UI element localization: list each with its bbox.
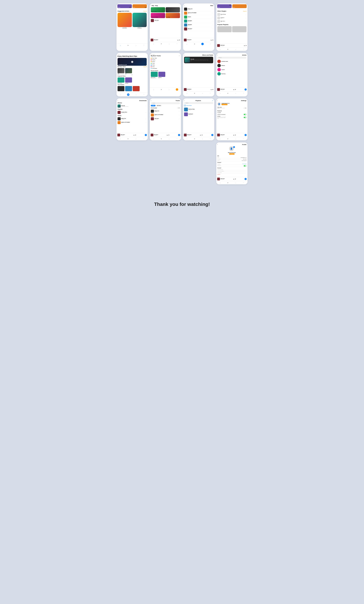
mini-prev-tracks[interactable]: ⏮ <box>167 135 168 136</box>
offline-toggle[interactable] <box>244 107 246 109</box>
menu-albums[interactable]: Albums <box>151 61 180 63</box>
nav-home[interactable]: ⌂ <box>120 44 121 46</box>
nav-fav-a[interactable]: ♡ <box>243 92 244 94</box>
mix-card[interactable]: Relax Mix The soothing & melodious track… <box>184 57 213 63</box>
track-item-2[interactable]: After Hours The Weeknd ⋯ <box>151 117 180 121</box>
nav-fav-v[interactable]: ♡ <box>143 94 145 96</box>
nt-more-4[interactable]: ⋯ <box>212 24 213 26</box>
single-more-0[interactable]: ⋯ <box>245 14 246 15</box>
mini-play-profile[interactable]: ▶ <box>235 178 236 180</box>
nav-video-pl[interactable]: ▶ <box>194 138 196 140</box>
mini-prev-settings[interactable]: ⏮ <box>233 135 234 136</box>
nav-search-se[interactable]: ⌕ <box>235 138 237 140</box>
mini-prev-singles[interactable]: ⏮ <box>244 45 245 46</box>
mini-play-dl[interactable]: ▶ <box>135 134 136 136</box>
mini-fav-dl[interactable]: ♥ <box>145 134 147 136</box>
sv-1[interactable]: Good Days <box>125 77 132 84</box>
single-more-2[interactable]: ⋯ <box>245 21 246 22</box>
nav-fav-h[interactable]: ♡ <box>176 43 178 45</box>
back-btn-hiphop[interactable]: ‹ <box>151 5 151 6</box>
mini-fav-pl[interactable]: ♥ <box>211 134 213 136</box>
nav-video-a[interactable]: ▶ <box>227 92 229 94</box>
nav-fav-s[interactable]: ♡ <box>243 48 244 50</box>
back-btn-profile[interactable]: ‹ <box>217 144 218 145</box>
nav-video-se[interactable]: ▶ <box>227 138 229 140</box>
nav-search-pl[interactable]: ⌕ <box>202 138 204 140</box>
new-track-1[interactable]: WHOLE LOTTA MONEY BIA ⋯ <box>184 11 213 15</box>
dl-track-0[interactable]: Motley Crew Post Malone ⋯ <box>118 117 147 121</box>
new-track-4[interactable]: MONTERO Lil Nas X ⋯ <box>184 23 213 27</box>
nav-home-s[interactable]: ⌂ <box>219 48 221 50</box>
mini-play-artists[interactable]: ▶ <box>235 89 236 90</box>
mini-fav-profile[interactable]: ♥ <box>244 178 247 180</box>
nav-video-v[interactable]: ▶ <box>127 93 129 96</box>
terms-label[interactable]: Terms and Conditions <box>217 171 224 172</box>
back-btn-mixes[interactable]: ‹ <box>184 54 184 56</box>
nav-video-t[interactable]: ▶ <box>160 138 162 140</box>
nav-video-p[interactable]: ▶ <box>227 182 229 184</box>
folder-more-0[interactable]: ⋯ <box>212 109 213 110</box>
genre-after-storm[interactable]: After The Storm 398 <box>151 7 165 13</box>
nav-search-s[interactable]: ⌕ <box>235 48 237 50</box>
nav-home-t[interactable]: ⌂ <box>153 138 155 140</box>
genre-whole-lotta[interactable]: WHOLE LOTTA MO... <box>151 13 165 18</box>
new-video-0[interactable]: STAY the kid LAROI, Justin Bieber <box>118 68 124 75</box>
mini-prev[interactable]: ⏮ <box>177 39 179 41</box>
nav-home-pl[interactable]: ⌂ <box>186 138 188 140</box>
sub-badge[interactable]: Subscribed <box>229 153 234 155</box>
nav-home-a[interactable]: ⌂ <box>219 92 221 94</box>
nav-fav-p[interactable]: ♡ <box>243 182 244 184</box>
privacy-label[interactable]: Privacy Policy <box>217 172 222 173</box>
genre-good-baby[interactable]: Good Baby 112 <box>166 13 180 18</box>
change-password-label[interactable]: Change Password <box>217 169 223 170</box>
nav-search-m[interactable]: ⌕ <box>202 92 204 94</box>
mini-play-tracks[interactable]: ▶ <box>169 134 170 136</box>
nav-home-v[interactable]: ⌂ <box>119 94 121 96</box>
genre-streets[interactable]: Streets 307 <box>166 7 180 13</box>
notifications-toggle[interactable] <box>244 165 246 166</box>
nav-home-dl[interactable]: ⌂ <box>120 138 121 140</box>
nav-home-se[interactable]: ⌂ <box>219 138 221 140</box>
nav-home-b[interactable]: ⌂ <box>153 88 155 90</box>
sv-0[interactable]: After The Storm <box>118 77 124 84</box>
nav-video-m[interactable]: ▶ <box>194 92 196 94</box>
nav-fav-pl[interactable]: ♡ <box>209 138 211 140</box>
nt-more-1[interactable]: ⋯ <box>212 13 213 14</box>
see-all-artists[interactable]: Show All <box>143 11 147 12</box>
vp-1[interactable] <box>125 86 132 92</box>
nav-fav-se[interactable]: ♡ <box>243 138 244 140</box>
dl-album-0[interactable]: Relax Mix The soothing & melodious... ⋯ <box>118 104 147 108</box>
back-btn-new[interactable]: ‹ <box>184 5 184 6</box>
nav-fav-n[interactable]: ♡ <box>209 43 211 45</box>
play-btn-tracks[interactable]: ▶ Play <box>151 105 156 106</box>
track-item-1[interactable]: WHOLE LOTTA MONEY BIA ⋯ <box>151 113 180 117</box>
playlists-search[interactable]: ⌕ Search... <box>184 102 213 104</box>
shuffle-btn-tracks[interactable]: ⇄ Shuffle <box>156 105 162 106</box>
mini-prev-dl[interactable]: ⏮ <box>133 135 135 136</box>
nav-fav[interactable]: ♡ <box>143 44 145 46</box>
nav-fav-b[interactable]: ♡ <box>176 88 178 91</box>
nav-home-p[interactable]: ⌂ <box>219 182 221 184</box>
nt-more-2[interactable]: ⋯ <box>212 16 213 18</box>
new-video-1[interactable]: New... <box>125 68 132 75</box>
best-tracks-menu-icon[interactable]: ☰ <box>179 55 180 57</box>
mini-play-pl[interactable]: ▶ <box>202 134 203 136</box>
mini-play-settings[interactable]: ▶ <box>235 134 236 136</box>
folder-0[interactable]: My First Folder 12 tracks ⋯ <box>184 107 213 112</box>
plus-badge-icon[interactable]: + <box>233 146 235 148</box>
ra-0[interactable]: After The Storm Kacey Musgraves, Tyler..… <box>151 72 158 79</box>
dl-playlist-more-0[interactable]: ⋯ <box>145 112 147 113</box>
folder-1[interactable]: My Playlist 23 tracks ⋯ <box>184 112 213 117</box>
new-track-2[interactable]: Peaches Doja Cat ⋯ <box>184 15 213 19</box>
mix-more[interactable]: ⋯ <box>210 59 211 61</box>
nav-search-n[interactable]: ⌕ <box>201 43 204 45</box>
nav-video-b[interactable]: ▶ <box>160 88 162 90</box>
culture-card-r1[interactable]: Culture 219 <box>217 4 232 8</box>
main-video-play[interactable]: ▶ <box>131 61 133 63</box>
mini-prev-mixes[interactable]: ⏮ <box>211 89 212 90</box>
nt-more-3[interactable]: ⋯ <box>212 20 213 22</box>
track-more-t2[interactable]: ⋯ <box>179 118 180 120</box>
track-item-0[interactable]: Motley Crew By Malave ⋯ <box>151 109 180 113</box>
mini-fav-settings[interactable]: ♥ <box>244 134 247 136</box>
track-more-t1[interactable]: ⋯ <box>179 114 180 116</box>
